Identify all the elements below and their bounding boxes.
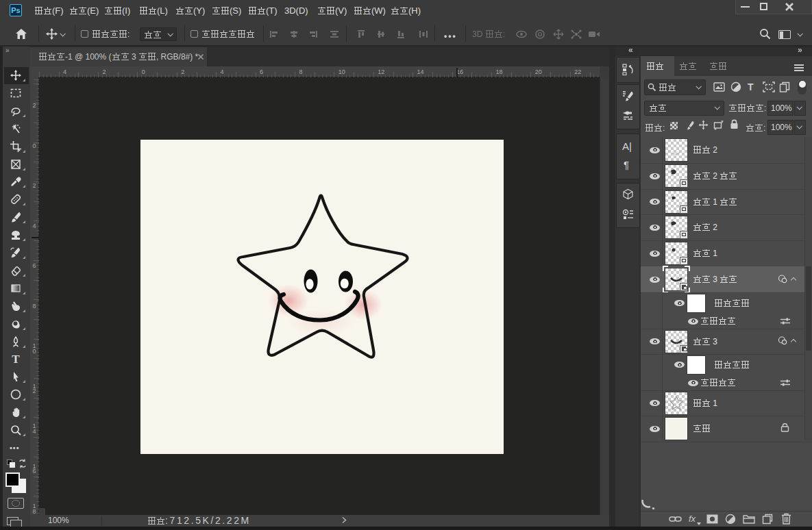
svg-text:T: T bbox=[12, 353, 20, 364]
